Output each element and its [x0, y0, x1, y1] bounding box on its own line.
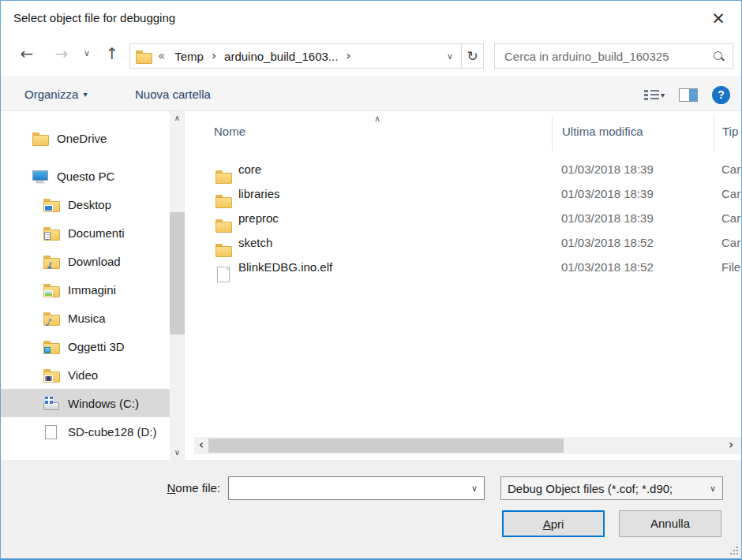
sidebar-item-download[interactable]: Download: [1, 247, 170, 275]
file-modified: 01/03/2018 18:39: [552, 162, 714, 176]
file-type: File: [714, 260, 741, 274]
sidebar-item-label: SD-cube128 (D:): [68, 425, 157, 439]
scroll-down-icon[interactable]: ∨: [170, 446, 185, 460]
back-button[interactable]: ←: [15, 43, 39, 65]
sidebar-item-musica[interactable]: Musica: [1, 304, 170, 332]
resize-grip[interactable]: [730, 547, 738, 554]
folder-icon: [136, 50, 152, 63]
search-input[interactable]: [495, 50, 714, 63]
title-bar: Select object file for debugging ×: [1, 1, 741, 37]
address-bar[interactable]: « Temp › arduino_build_1603... › ∨: [129, 43, 462, 69]
sidebar-item-label: Oggetti 3D: [68, 340, 125, 353]
sidebar-scrollbar-thumb[interactable]: [170, 212, 185, 334]
refresh-icon[interactable]: ↻: [462, 43, 484, 69]
close-icon[interactable]: ×: [705, 7, 732, 29]
organize-button[interactable]: Organizza▾: [24, 77, 87, 112]
views-button[interactable]: ▾: [644, 89, 665, 101]
folder-video-icon: [43, 368, 59, 382]
dialog-footer: Nome file: ∨ Debug Object files (*.cof; …: [1, 460, 741, 558]
file-type: Car: [714, 211, 741, 225]
file-row-sketch[interactable]: sketch01/03/2018 18:52Car: [194, 230, 741, 255]
breadcrumb-separator-icon[interactable]: ›: [344, 49, 352, 63]
breadcrumb-item-build[interactable]: arduino_build_1603...: [218, 50, 344, 63]
sidebar-item-video[interactable]: Video: [1, 360, 170, 389]
sidebar-item-label: Download: [68, 255, 121, 268]
file-type: Car: [714, 187, 741, 200]
details-view-icon: [644, 89, 659, 101]
drive-icon: [43, 425, 59, 439]
folder-3d-icon: [43, 340, 59, 353]
sidebar-item-windows-c[interactable]: Windows (C:): [1, 389, 170, 417]
views-dropdown-icon: ▾: [661, 91, 665, 99]
file-name: preproc: [238, 211, 552, 225]
preview-pane-icon[interactable]: [679, 88, 698, 102]
file-modified: 01/03/2018 18:39: [552, 187, 714, 200]
sidebar-item-label: OneDrive: [57, 132, 107, 145]
address-dropdown-icon[interactable]: ∨: [439, 51, 461, 62]
new-folder-button[interactable]: Nuova cartella: [135, 77, 211, 112]
navigation-sidebar: OneDriveQuesto PCDesktopDocumentiDownloa…: [1, 111, 170, 460]
file-row-preproc[interactable]: preproc01/03/2018 18:39Car: [194, 206, 741, 230]
sidebar-item-label: Immagini: [68, 283, 116, 297]
navigation-bar: ← → ∨ ↑ « Temp › arduino_build_1603... ›…: [1, 37, 741, 72]
sidebar-list: OneDriveQuesto PCDesktopDocumentiDownloa…: [1, 124, 170, 446]
folder-desktop-icon: [43, 198, 59, 211]
folder-pictures-icon: [43, 283, 59, 297]
horizontal-scrollbar[interactable]: ‹ ›: [194, 437, 741, 454]
filename-dropdown-icon[interactable]: ∨: [471, 483, 478, 494]
sidebar-item-oggetti-3d[interactable]: Oggetti 3D: [1, 332, 170, 360]
sidebar-scrollbar[interactable]: ∧ ∨: [170, 111, 185, 460]
sidebar-item-desktop[interactable]: Desktop: [1, 190, 170, 218]
search-box: [494, 43, 733, 69]
sidebar-item-label: Desktop: [68, 198, 111, 211]
sidebar-item-questo-pc[interactable]: Questo PC: [1, 162, 170, 190]
open-button[interactable]: Apri: [502, 510, 605, 537]
file-modified: 01/03/2018 18:39: [552, 211, 714, 225]
up-button[interactable]: ↑: [100, 43, 124, 65]
sidebar-item-sd-cube128-d[interactable]: SD-cube128 (D:): [1, 417, 170, 446]
column-header-name[interactable]: Nome: [194, 115, 552, 151]
search-icon[interactable]: [714, 51, 723, 61]
sidebar-item-documenti[interactable]: Documenti: [1, 218, 170, 247]
filetype-combo[interactable]: Debug Object files (*.cof; *.d90; ∨: [500, 476, 723, 500]
file-type: Car: [714, 236, 741, 249]
breadcrumb-overflow-chevron[interactable]: «: [152, 49, 168, 63]
column-headers: ∧ Nome Ultima modifica Tip: [194, 115, 741, 151]
filename-combo: ∨: [228, 476, 485, 500]
file-row-blinkedbg-ino-elf[interactable]: BlinkEDBG.ino.elf01/03/2018 18:52File: [194, 255, 741, 279]
scroll-up-icon[interactable]: ∧: [170, 111, 185, 125]
filetype-value: Debug Object files (*.cof; *.d90;: [508, 482, 706, 495]
sidebar-item-onedrive[interactable]: OneDrive: [1, 124, 170, 152]
sidebar-item-label: Video: [68, 368, 98, 382]
file-row-core[interactable]: core01/03/2018 18:39Car: [194, 157, 741, 181]
sort-ascending-icon: ∧: [374, 114, 380, 124]
file-modified: 01/03/2018 18:52: [552, 260, 714, 274]
history-dropdown-icon[interactable]: ∨: [78, 43, 96, 65]
sidebar-item-immagini[interactable]: Immagini: [1, 275, 170, 304]
scroll-right-icon[interactable]: ›: [724, 437, 738, 454]
file-list: ∧ Nome Ultima modifica Tip core01/03/201…: [194, 111, 741, 460]
menu-arrow-icon: ▾: [83, 90, 87, 99]
sidebar-item-label: Windows (C:): [68, 397, 139, 410]
file-row-libraries[interactable]: libraries01/03/2018 18:39Car: [194, 181, 741, 206]
scroll-left-icon[interactable]: ‹: [194, 437, 208, 454]
file-type: Car: [714, 162, 741, 176]
filename-label: Nome file:: [80, 481, 220, 495]
computer-icon: [32, 170, 48, 183]
file-rows: core01/03/2018 18:39Carlibraries01/03/20…: [194, 157, 741, 279]
folder-music-icon: [43, 312, 59, 325]
horizontal-scrollbar-thumb[interactable]: [208, 439, 564, 453]
breadcrumb-item-temp[interactable]: Temp: [168, 50, 210, 63]
breadcrumb-separator-icon[interactable]: ›: [210, 49, 218, 63]
file-name: BlinkEDBG.ino.elf: [238, 260, 552, 274]
forward-button: →: [50, 43, 73, 65]
filename-input[interactable]: [228, 476, 485, 500]
file-dialog-window: Select object file for debugging × ← → ∨…: [0, 0, 742, 560]
drive-windows-icon: [43, 397, 59, 410]
cancel-button[interactable]: Annulla: [619, 510, 721, 537]
help-icon[interactable]: ?: [712, 86, 730, 104]
column-header-modified[interactable]: Ultima modifica: [552, 115, 714, 151]
column-header-type[interactable]: Tip: [714, 115, 741, 151]
sidebar-item-label: Documenti: [68, 226, 125, 240]
command-toolbar: Organizza▾ Nuova cartella ▾ ?: [1, 77, 741, 111]
